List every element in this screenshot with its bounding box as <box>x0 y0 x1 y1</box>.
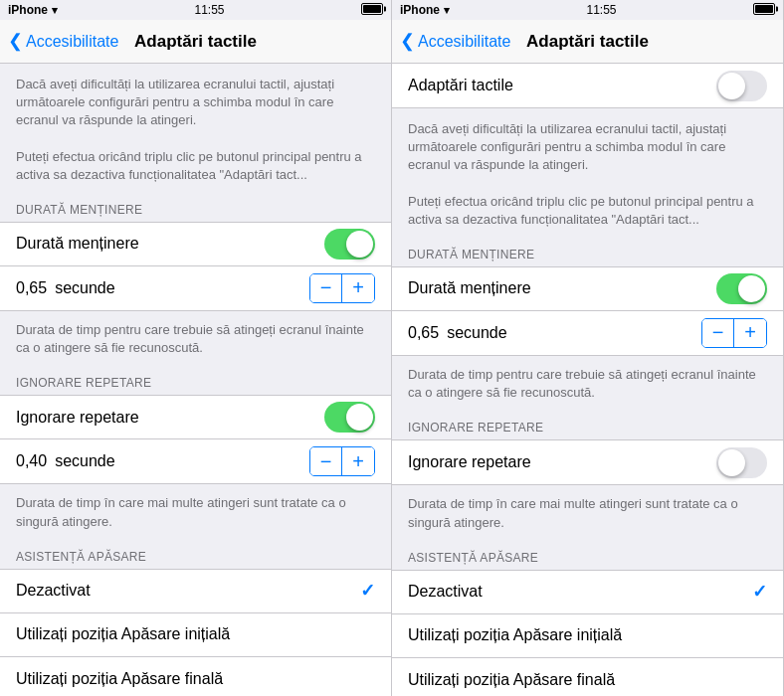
checkmark-dezactivat-right: ✓ <box>752 581 767 603</box>
stepper-controls-ignorare-left: − + <box>309 446 375 476</box>
footer-durata-text-right: Durata de timp pentru care trebuie să at… <box>408 366 767 402</box>
nav-bar-right: ❮ Accesibilitate Adaptări tactile <box>392 20 783 64</box>
wifi-icon-left: ▾ <box>52 4 58 17</box>
stepper-unit-durata-right: secunde <box>447 324 507 342</box>
toggle-knob-durata-left <box>346 231 373 258</box>
section-header-ignorare-right: IGNORARE REPETARE <box>392 412 783 439</box>
top-desc-right: Dacă aveți dificultăți la utilizarea ecr… <box>392 108 783 183</box>
table-row-pozitie-finala-left[interactable]: Utilizați poziția Apăsare finală <box>0 657 391 696</box>
toggle-knob-ignorare-left <box>346 404 373 431</box>
table-group-top-toggle-right: Adaptări tactile <box>392 64 783 108</box>
stepper-value-durata-left: 0,65 secunde <box>16 279 115 297</box>
table-row-pozitie-finala-right[interactable]: Utilizați poziția Apăsare finală <box>392 658 783 696</box>
stepper-controls-durata-left: − + <box>309 273 375 303</box>
battery-icon-left <box>361 1 383 19</box>
durata-toggle-right[interactable] <box>716 273 767 304</box>
time-right: 11:55 <box>586 3 616 17</box>
content-right: Adaptări tactile Dacă aveți dificultăți … <box>392 64 783 696</box>
table-row-ignorare-toggle-right[interactable]: Ignorare repetare <box>392 440 783 484</box>
stepper-value-durata-right: 0,65 secunde <box>408 324 507 342</box>
top-toggle-right[interactable] <box>716 71 767 101</box>
section-header-durata-left: DURATĂ MENȚINERE <box>0 194 391 222</box>
checkmark-row-dezactivat-right[interactable]: Dezactivat ✓ <box>392 571 783 614</box>
stepper-minus-durata-right[interactable]: − <box>702 319 734 347</box>
durata-toggle-left[interactable] <box>324 229 375 260</box>
section-header-asistenta-left: ASISTENȚĂ APĂSARE <box>0 541 391 569</box>
status-left-left: iPhone ▾ <box>8 3 58 17</box>
carrier-right: iPhone <box>400 3 440 17</box>
back-label-right: Accesibilitate <box>418 33 510 51</box>
table-row-top-toggle-right[interactable]: Adaptări tactile <box>392 64 783 107</box>
table-row-durata-toggle-right[interactable]: Durată menținere <box>392 267 783 311</box>
back-button-left[interactable]: ❮ Accesibilitate <box>8 33 118 51</box>
toggle-knob-ignorare-right <box>718 449 745 476</box>
left-panel: iPhone ▾ 11:55 ❮ Accesibilitate Adaptări… <box>0 0 392 696</box>
nav-title-right: Adaptări tactile <box>526 32 649 52</box>
top-desc-text-right-1: Dacă aveți dificultăți la utilizarea ecr… <box>408 120 767 175</box>
section-header-text-durata-left: DURATĂ MENȚINERE <box>16 203 142 217</box>
table-row-pozitie-initiala-right[interactable]: Utilizați poziția Apăsare inițială <box>392 614 783 658</box>
right-panel: iPhone ▾ 11:55 ❮ Accesibilitate Adaptări… <box>392 0 784 696</box>
ignorare-toggle-label-right: Ignorare repetare <box>408 453 531 471</box>
stepper-plus-ignorare-left[interactable]: + <box>342 447 374 475</box>
dezactivat-label-left: Dezactivat <box>16 582 91 600</box>
back-chevron-right: ❮ <box>400 32 415 50</box>
section-header-text-ignorare-left: IGNORARE REPETARE <box>16 376 151 390</box>
status-bar-right: iPhone ▾ 11:55 <box>392 0 783 20</box>
stepper-minus-ignorare-left[interactable]: − <box>310 447 342 475</box>
stepper-plus-durata-left[interactable]: + <box>342 274 374 302</box>
table-group-ignorare-right: Ignorare repetare <box>392 439 783 485</box>
section-header-text-durata-right: DURATĂ MENȚINERE <box>408 248 534 261</box>
stepper-unit-durata-left: secunde <box>55 279 115 297</box>
nav-title-left: Adaptări tactile <box>134 32 257 52</box>
footer-durata-right: Durata de timp pentru care trebuie să at… <box>392 356 783 412</box>
wifi-icon-right: ▾ <box>444 4 450 17</box>
time-left: 11:55 <box>194 3 224 17</box>
back-button-right[interactable]: ❮ Accesibilitate <box>400 33 510 51</box>
pozitie-finala-label-right: Utilizați poziția Apăsare finală <box>408 671 615 689</box>
durata-toggle-label-left: Durată menținere <box>16 235 139 253</box>
section-header-durata-right: DURATĂ MENȚINERE <box>392 239 783 266</box>
toggle-knob-top-right <box>718 73 745 99</box>
stepper-value-ignorare-left: 0,40 secunde <box>16 452 115 470</box>
table-row-pozitie-initiala-left[interactable]: Utilizați poziția Apăsare inițială <box>0 613 391 657</box>
top-desc-text-left-2: Puteți efectua oricând triplu clic pe bu… <box>16 148 375 184</box>
footer-durata-text-left: Durata de timp pentru care trebuie să at… <box>16 321 375 357</box>
table-row-durata-toggle-left[interactable]: Durată menținere <box>0 223 391 266</box>
table-group-ignorare-left: Ignorare repetare 0,40 secunde − + <box>0 395 391 484</box>
top-desc2-block-right: Puteți efectua oricând triplu clic pe bu… <box>392 183 783 239</box>
pozitie-finala-label-left: Utilizați poziția Apăsare finală <box>16 670 223 688</box>
stepper-plus-durata-right[interactable]: + <box>734 319 766 347</box>
top-desc2-block-left: Puteți efectua oricând triplu clic pe bu… <box>0 138 391 194</box>
stepper-controls-durata-right: − + <box>701 318 767 348</box>
footer-ignorare-text-left: Durata de timp în care mai multe atinger… <box>16 494 375 530</box>
pozitie-initiala-label-left: Utilizați poziția Apăsare inițială <box>16 625 230 643</box>
section-header-text-ignorare-right: IGNORARE REPETARE <box>408 421 543 435</box>
durata-toggle-label-right: Durată menținere <box>408 279 531 297</box>
section-header-asistenta-right: ASISTENȚĂ APĂSARE <box>392 542 783 570</box>
table-group-asistenta-left: Dezactivat ✓ Utilizați poziția Apăsare i… <box>0 569 391 696</box>
ignorare-toggle-left[interactable] <box>324 402 375 433</box>
back-chevron-left: ❮ <box>8 32 23 50</box>
footer-ignorare-left: Durata de timp în care mai multe atinger… <box>0 484 391 540</box>
stepper-row-durata-right: 0,65 secunde − + <box>392 311 783 355</box>
top-desc-text-left-1: Dacă aveți dificultăți la utilizarea ecr… <box>16 76 375 130</box>
footer-durata-left: Durata de timp pentru care trebuie să at… <box>0 311 391 367</box>
status-left-right: iPhone ▾ <box>400 3 450 17</box>
checkmark-row-dezactivat-left[interactable]: Dezactivat ✓ <box>0 570 391 613</box>
stepper-unit-ignorare-left: secunde <box>55 452 115 470</box>
ignorare-toggle-right[interactable] <box>716 447 767 478</box>
stepper-number-ignorare-left: 0,40 <box>16 452 47 470</box>
table-row-ignorare-toggle-left[interactable]: Ignorare repetare <box>0 396 391 439</box>
status-right-right <box>753 1 775 19</box>
status-bar-left: iPhone ▾ 11:55 <box>0 0 391 20</box>
table-group-durata-right: Durată menținere 0,65 secunde − + <box>392 266 783 356</box>
stepper-number-durata-left: 0,65 <box>16 279 47 297</box>
pozitie-initiala-label-right: Utilizați poziția Apăsare inițială <box>408 626 622 644</box>
stepper-minus-durata-left[interactable]: − <box>310 274 342 302</box>
checkmark-dezactivat-left: ✓ <box>360 580 375 602</box>
ignorare-toggle-label-left: Ignorare repetare <box>16 409 139 427</box>
status-right-left <box>361 1 383 19</box>
stepper-row-durata-left: 0,65 secunde − + <box>0 266 391 310</box>
stepper-row-ignorare-left: 0,40 secunde − + <box>0 439 391 483</box>
